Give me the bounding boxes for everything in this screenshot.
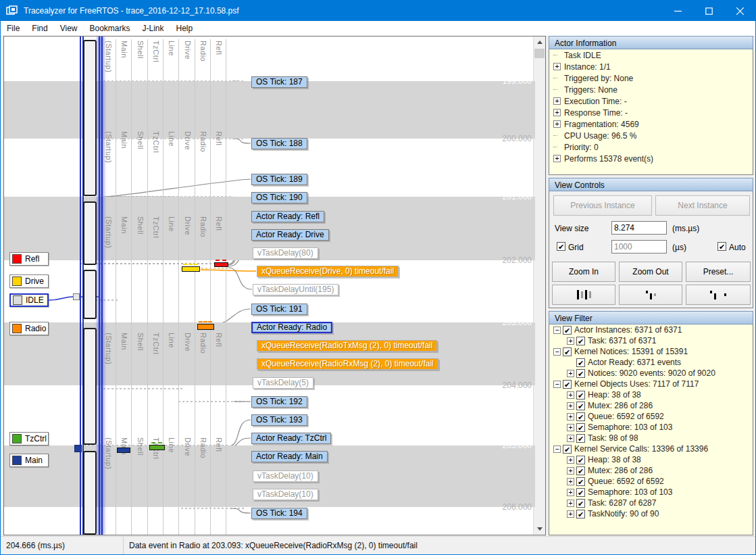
menu-jlink[interactable]: J-Link: [136, 22, 170, 35]
view-filter-item[interactable]: −✔Actor Instances: 6371 of 6371: [549, 324, 753, 335]
expand-icon[interactable]: +: [567, 489, 574, 496]
grid-interval-input[interactable]: 1000: [611, 240, 667, 254]
filter-checkbox[interactable]: ✔: [576, 477, 585, 486]
actor-legend-tzctrl[interactable]: TzCtrl: [9, 432, 49, 445]
task-instance-box[interactable]: [83, 328, 97, 445]
view-mode-dots-button[interactable]: [686, 285, 751, 305]
view-filter-item[interactable]: −✔Kernel Service Calls: 13396 of 13396: [549, 443, 753, 454]
task-instance-box[interactable]: [83, 40, 97, 196]
event-label[interactable]: Actor Ready: Main: [251, 451, 328, 462]
view-mode-compact-button[interactable]: [619, 285, 682, 305]
idle-legend-handle[interactable]: [73, 293, 80, 300]
trace-view[interactable]: (Startup)MainShellTzCtrlLineDriveRadioRe…: [3, 36, 546, 535]
execution-bar[interactable]: [214, 262, 228, 267]
task-instance-box[interactable]: [83, 201, 97, 265]
view-filter-item[interactable]: −✔Kernel Notices: 15391 of 15391: [549, 346, 753, 357]
actor-info-item[interactable]: Triggered by: None: [549, 72, 753, 84]
event-label[interactable]: vTaskDelay(10): [253, 470, 318, 482]
collapse-icon[interactable]: −: [553, 445, 561, 453]
task-instance-box[interactable]: [83, 451, 97, 535]
event-label[interactable]: vTaskDelay(5): [253, 377, 313, 389]
main-legend-handle[interactable]: [74, 445, 82, 452]
filter-checkbox[interactable]: ✔: [576, 337, 585, 345]
actor-info-item[interactable]: CPU Usage: 96.5 %: [549, 130, 753, 141]
maximize-button[interactable]: [693, 1, 724, 21]
filter-checkbox[interactable]: ✔: [576, 510, 585, 518]
event-label[interactable]: OS Tick: 187: [251, 76, 307, 88]
expand-icon[interactable]: +: [567, 435, 574, 442]
scroll-up-button[interactable]: [534, 37, 545, 48]
scroll-thumb[interactable]: [534, 49, 545, 58]
menu-find[interactable]: Find: [26, 22, 53, 35]
expand-icon[interactable]: +: [567, 370, 574, 377]
menu-view[interactable]: View: [54, 22, 84, 35]
expand-icon[interactable]: +: [553, 155, 561, 162]
event-label[interactable]: vTaskDelay(80): [253, 247, 318, 259]
expand-icon[interactable]: +: [567, 391, 574, 399]
filter-checkbox[interactable]: ✔: [576, 488, 585, 497]
actor-legend-radio[interactable]: Radio: [9, 322, 49, 335]
view-size-input[interactable]: 8.274: [611, 221, 667, 235]
zoom-out-button[interactable]: Zoom Out: [619, 262, 682, 282]
filter-checkbox[interactable]: ✔: [576, 423, 585, 432]
task-instance-box[interactable]: [83, 270, 97, 319]
view-filter-item[interactable]: +✔Mutex: 286 of 286: [549, 465, 753, 476]
event-label[interactable]: xQueueReceive(RadioRxMsg (2), 0) timeout…: [257, 358, 438, 370]
event-label[interactable]: Actor Ready: TzCtrl: [251, 433, 331, 444]
expand-icon[interactable]: +: [567, 478, 574, 485]
view-filter-item[interactable]: +✔Notices: 9020 events: 9020 of 9020: [549, 368, 753, 379]
actor-info-item[interactable]: Priority: 0: [549, 141, 753, 153]
expand-icon[interactable]: +: [567, 402, 574, 410]
event-label[interactable]: Actor Ready: Refl: [251, 211, 324, 222]
actor-info-item[interactable]: +Instance: 1/1: [549, 61, 753, 72]
expand-icon[interactable]: +: [567, 337, 574, 345]
auto-checkbox[interactable]: ✔: [717, 242, 726, 251]
minimize-button[interactable]: [662, 1, 693, 21]
view-filter-item[interactable]: +✔Semaphore: 103 of 103: [549, 422, 753, 433]
view-filter-item[interactable]: +✔Mutex: 286 of 286: [549, 400, 753, 411]
actor-info-item[interactable]: +Performs 15378 event(s): [549, 153, 753, 164]
preset-button[interactable]: Preset...: [686, 262, 751, 282]
filter-checkbox[interactable]: ✔: [576, 466, 585, 475]
view-filter-item[interactable]: +✔Queue: 6592 of 6592: [549, 476, 753, 487]
filter-checkbox[interactable]: ✔: [563, 380, 572, 389]
actor-info-item[interactable]: +Fragmentation: 4569: [549, 118, 753, 130]
view-filter-item[interactable]: +✔Task: 98 of 98: [549, 433, 753, 443]
event-label[interactable]: OS Tick: 193: [251, 414, 307, 426]
event-label[interactable]: vTaskDelayUntil(195): [253, 284, 338, 295]
actor-info-item[interactable]: Triggers: None: [549, 84, 753, 95]
view-mode-bars-button[interactable]: [552, 285, 615, 305]
menu-bookmarks[interactable]: Bookmarks: [83, 22, 136, 35]
expand-icon[interactable]: +: [567, 413, 574, 420]
expand-icon[interactable]: +: [553, 63, 561, 70]
event-label[interactable]: OS Tick: 194: [251, 508, 307, 519]
view-filter-item[interactable]: +✔Heap: 38 of 38: [549, 389, 753, 400]
expand-icon[interactable]: +: [553, 97, 561, 105]
filter-checkbox[interactable]: ✔: [576, 456, 585, 464]
actor-info-item[interactable]: +Execution Time: -: [549, 95, 753, 107]
menu-file[interactable]: File: [1, 22, 26, 35]
expand-icon[interactable]: +: [567, 500, 574, 507]
filter-checkbox[interactable]: ✔: [576, 402, 585, 410]
event-label[interactable]: xQueueReceive(Drive, 0) timeout/fail: [257, 266, 399, 277]
filter-checkbox[interactable]: ✔: [576, 369, 585, 378]
filter-checkbox[interactable]: ✔: [576, 434, 585, 443]
actor-legend-refl[interactable]: Refl: [9, 252, 49, 266]
view-filter-item[interactable]: +✔Task: 6287 of 6287: [549, 498, 753, 508]
filter-checkbox[interactable]: ✔: [563, 326, 572, 335]
menu-help[interactable]: Help: [170, 22, 199, 35]
scroll-down-button[interactable]: [534, 523, 545, 535]
view-filter-item[interactable]: −✔Kernel Objects Uses: 7117 of 7117: [549, 379, 753, 389]
event-label[interactable]: vTaskDelay(10): [253, 489, 318, 500]
filter-checkbox[interactable]: ✔: [576, 412, 585, 421]
actor-info-item[interactable]: Task IDLE: [549, 49, 753, 61]
event-label[interactable]: Actor Ready: Drive: [251, 229, 329, 241]
filter-checkbox[interactable]: ✔: [576, 499, 585, 508]
next-instance-button[interactable]: Next Instance: [655, 195, 750, 216]
collapse-icon[interactable]: −: [553, 327, 561, 334]
filter-checkbox[interactable]: ✔: [563, 445, 572, 454]
view-filter-item[interactable]: +✔Task: 6371 of 6371: [549, 335, 753, 346]
view-filter-item[interactable]: +✔TaskNotify: 90 of 90: [549, 508, 753, 519]
expand-icon[interactable]: +: [553, 120, 561, 128]
expand-icon[interactable]: +: [567, 510, 574, 518]
